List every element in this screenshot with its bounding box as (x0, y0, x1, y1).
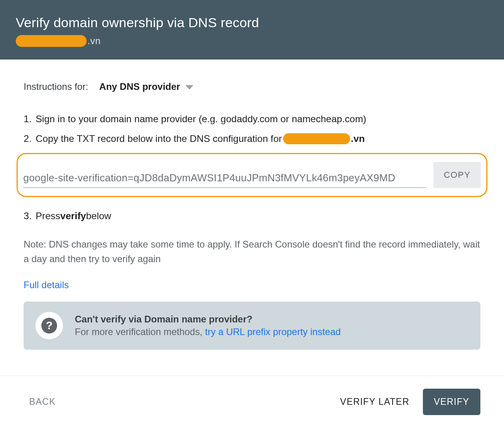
verify-button[interactable]: VERIFY (423, 389, 480, 415)
step-1-text: Sign in to your domain name provider (e.… (35, 111, 366, 127)
back-button[interactable]: BACK (24, 389, 61, 414)
question-icon: ? (41, 318, 57, 333)
url-prefix-link[interactable]: try a URL prefix property instead (205, 326, 341, 337)
dns-provider-selected: Any DNS provider (99, 81, 180, 92)
step-1-number: 1. (24, 111, 32, 127)
dialog-root: Verify domain ownership via DNS record .… (0, 0, 504, 434)
dialog-header: Verify domain ownership via DNS record .… (0, 0, 504, 60)
step-2-text: Copy the TXT record below into the DNS c… (35, 131, 282, 147)
step-3-number: 3. (24, 208, 32, 224)
dialog-body: Instructions for: Any DNS provider 1. Si… (24, 60, 480, 376)
cant-verify-title: Can't verify via Domain name provider? (75, 314, 341, 325)
step-1: 1. Sign in to your domain name provider … (24, 111, 480, 127)
dns-provider-dropdown[interactable]: Any DNS provider (99, 81, 193, 92)
cant-verify-sub-pre: For more verification methods, (75, 326, 205, 337)
redacted-domain-pill (16, 35, 87, 47)
step-2-domain-suffix: .vn (351, 131, 365, 147)
step-2-number: 2. (24, 131, 32, 147)
chevron-down-icon (185, 85, 193, 89)
step-3-post: below (86, 208, 111, 224)
step-2: 2. Copy the TXT record below into the DN… (24, 131, 480, 147)
cant-verify-box: ? Can't verify via Domain name provider?… (24, 302, 480, 350)
cant-verify-text: Can't verify via Domain name provider? F… (75, 314, 341, 337)
dialog-footer: BACK VERIFY LATER VERIFY (0, 376, 504, 434)
redacted-domain-inline-pill (283, 133, 350, 144)
domain-suffix: .vn (87, 35, 101, 47)
step-3: 3. Press verify below (24, 208, 480, 224)
dialog-title: Verify domain ownership via DNS record (16, 14, 488, 31)
help-icon-circle: ? (35, 312, 63, 339)
txt-record-callout: COPY (17, 153, 487, 197)
copy-button[interactable]: COPY (434, 162, 481, 188)
step-3-bold: verify (60, 208, 86, 224)
instructions-for-label: Instructions for: (24, 81, 88, 92)
full-details-link[interactable]: Full details (24, 279, 69, 291)
dns-delay-note: Note: DNS changes may take some time to … (24, 237, 480, 266)
txt-record-input[interactable] (23, 168, 426, 188)
header-domain: .vn (16, 35, 488, 47)
step-3-pre: Press (35, 208, 60, 224)
cant-verify-subtitle: For more verification methods, try a URL… (75, 326, 341, 337)
instructions-for-row: Instructions for: Any DNS provider (24, 81, 480, 92)
verify-later-button[interactable]: VERIFY LATER (335, 389, 415, 414)
